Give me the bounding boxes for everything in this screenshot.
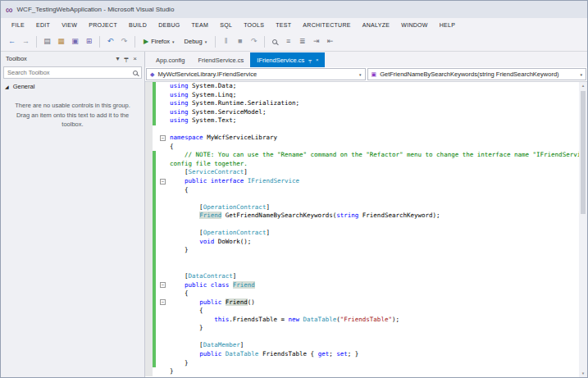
menu-debug[interactable]: DEBUG: [153, 22, 185, 28]
breakpoint-margin[interactable]: [145, 350, 153, 359]
code-line[interactable]: − public interface IFriendService: [145, 177, 579, 186]
menu-build[interactable]: BUILD: [123, 22, 153, 28]
code-line[interactable]: using System.Text;: [145, 116, 579, 125]
breakpoint-margin[interactable]: [145, 324, 153, 333]
breakpoint-margin[interactable]: [145, 151, 153, 160]
menu-window[interactable]: WINDOW: [395, 22, 434, 28]
fold-toggle-icon[interactable]: −: [160, 179, 166, 184]
breakpoint-margin[interactable]: [145, 255, 153, 264]
code-line[interactable]: [145, 263, 579, 272]
uncomment-icon[interactable]: ≣: [296, 35, 308, 48]
code-line[interactable]: [145, 194, 579, 203]
breakpoint-margin[interactable]: [145, 238, 153, 247]
vertical-scrollbar[interactable]: ▴ ▾: [579, 82, 587, 377]
scrollbar-thumb[interactable]: [581, 91, 586, 214]
new-file-icon[interactable]: ▤: [41, 35, 53, 48]
code-line[interactable]: }: [145, 324, 579, 333]
code-line[interactable]: −namespace MyWcfServiceLibrary: [145, 134, 579, 143]
pin-icon[interactable]: ┯: [308, 57, 312, 63]
breakpoint-margin[interactable]: [145, 263, 153, 272]
breakpoint-margin[interactable]: [145, 367, 153, 376]
breakpoint-margin[interactable]: [145, 298, 153, 307]
breakpoint-margin[interactable]: [145, 160, 153, 169]
menu-help[interactable]: HELP: [434, 22, 462, 28]
menu-project[interactable]: PROJECT: [83, 22, 123, 28]
code-line[interactable]: {: [145, 143, 579, 152]
menu-test[interactable]: TEST: [270, 22, 297, 28]
menu-edit[interactable]: EDIT: [30, 22, 56, 28]
close-icon[interactable]: ×: [130, 55, 139, 62]
comment-icon[interactable]: ≡: [282, 35, 294, 48]
scroll-up-icon[interactable]: ▴: [579, 82, 587, 89]
window-position-icon[interactable]: ▾: [113, 55, 121, 62]
toolbox-header[interactable]: Toolbox ▾ ┯ ×: [1, 52, 144, 66]
breakpoint-margin[interactable]: [145, 212, 153, 221]
code-line[interactable]: // NOTE: You can use the "Rename" comman…: [145, 151, 579, 160]
code-line[interactable]: using System.ServiceModel;: [145, 108, 579, 117]
navigate-backward-icon[interactable]: ←: [6, 35, 18, 48]
pin-icon[interactable]: ┯: [122, 55, 131, 62]
save-icon[interactable]: ▣: [69, 35, 81, 48]
start-debug-firefox-button[interactable]: ▶Firefox▾: [139, 34, 179, 48]
code-line[interactable]: [DataContract]: [145, 272, 579, 281]
outdent-icon[interactable]: ⇤: [324, 35, 336, 48]
breakpoint-margin[interactable]: [145, 333, 153, 342]
find-icon[interactable]: [272, 39, 277, 44]
breakpoint-margin[interactable]: [145, 99, 153, 108]
code-line[interactable]: void DoWork();: [145, 238, 579, 247]
breakpoint-margin[interactable]: [145, 134, 153, 143]
breakpoint-margin[interactable]: [145, 307, 153, 316]
close-icon[interactable]: ×: [316, 57, 319, 62]
code-editor[interactable]: using System.Data;using System.Linq;usin…: [145, 82, 587, 377]
menu-tools[interactable]: TOOLS: [238, 22, 270, 28]
type-dropdown[interactable]: ◆ MyWcfServiceLibrary.IFriendService ▾: [146, 68, 366, 80]
breakpoint-margin[interactable]: [145, 186, 153, 195]
breakpoint-margin[interactable]: [145, 168, 153, 177]
breakpoint-margin[interactable]: [145, 194, 153, 203]
breakpoint-margin[interactable]: [145, 203, 153, 212]
breakpoint-margin[interactable]: [145, 221, 153, 230]
code-line[interactable]: config file together.: [145, 160, 579, 169]
breakpoint-margin[interactable]: [145, 341, 153, 350]
code-line[interactable]: }: [145, 359, 579, 368]
menu-architecture[interactable]: ARCHITECTURE: [297, 22, 356, 28]
code-line[interactable]: [OperationContract]: [145, 229, 579, 238]
breakpoint-margin[interactable]: [145, 316, 153, 325]
breakpoint-margin[interactable]: [145, 177, 153, 186]
menu-sql[interactable]: SQL: [214, 22, 238, 28]
member-dropdown[interactable]: ▣ GetFriendNameBySearchKeywords(string F…: [367, 68, 587, 80]
code-line[interactable]: − public Friend(): [145, 298, 579, 307]
code-line[interactable]: Friend GetFriendNameBySearchKeywords(str…: [145, 212, 579, 221]
stop-icon[interactable]: ■: [234, 35, 246, 48]
code-line[interactable]: using System.Runtime.Serialization;: [145, 99, 579, 108]
code-line[interactable]: using System.Linq;: [145, 91, 579, 100]
code-line[interactable]: using System.Data;: [145, 82, 579, 91]
fold-toggle-icon[interactable]: −: [160, 135, 166, 141]
breakpoint-margin[interactable]: [145, 108, 153, 117]
breakpoint-margin[interactable]: [145, 116, 153, 125]
toolbox-search-input[interactable]: [4, 69, 130, 76]
code-line[interactable]: [145, 221, 579, 230]
indent-icon[interactable]: ⇥: [310, 35, 322, 48]
step-over-icon[interactable]: ↷: [248, 35, 260, 48]
tab-friendservice-cs[interactable]: FriendService.cs: [191, 52, 250, 67]
code-line[interactable]: this.FriendsTable = new DataTable("Frien…: [145, 316, 579, 325]
save-all-icon[interactable]: ⊞: [83, 35, 95, 48]
breakpoint-margin[interactable]: [145, 229, 153, 238]
code-line[interactable]: {: [145, 289, 579, 298]
code-line[interactable]: [OperationContract]: [145, 203, 579, 212]
breakpoint-margin[interactable]: [145, 289, 153, 298]
chevron-down-icon[interactable]: ▾: [356, 72, 365, 77]
fold-toggle-icon[interactable]: −: [160, 299, 166, 305]
code-line[interactable]: public DataTable FriendsTable { get; set…: [145, 350, 579, 359]
tab-app-config[interactable]: App.config: [149, 52, 191, 67]
breakpoint-margin[interactable]: [145, 272, 153, 281]
breakpoint-margin[interactable]: [145, 143, 153, 152]
code-line[interactable]: [145, 125, 579, 134]
menu-view[interactable]: VIEW: [56, 22, 83, 28]
menu-team[interactable]: TEAM: [186, 22, 215, 28]
title-bar[interactable]: ∞ WCF_TestingWebApplication - Microsoft …: [1, 1, 587, 18]
redo-icon[interactable]: ↷: [118, 35, 130, 48]
code-line[interactable]: [145, 255, 579, 264]
toolbox-section-general[interactable]: ◢ General: [1, 80, 144, 93]
